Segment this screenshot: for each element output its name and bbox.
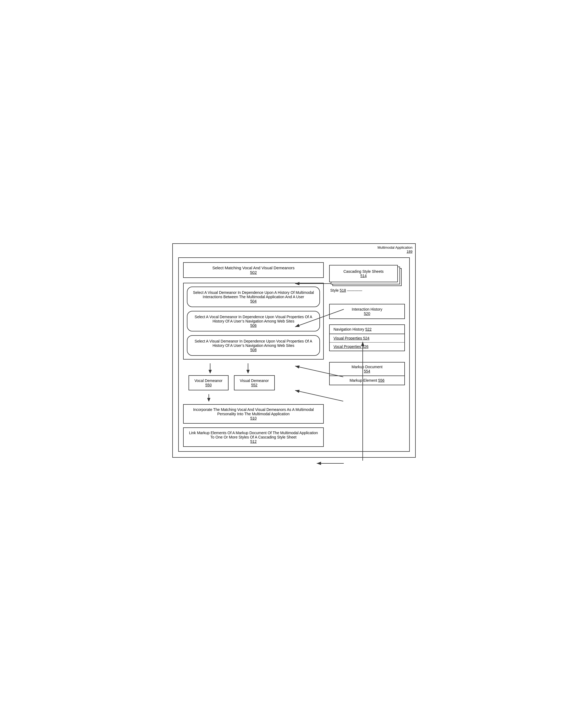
markup-element-row: Markup Element 556	[330, 376, 404, 385]
style-label-text: Style	[330, 288, 339, 292]
app-label: Multimodal Application 189	[378, 245, 412, 254]
markup-document-label: Markup Document	[352, 365, 382, 369]
css-stack: Cascading Style Sheets 514 Style 518 ———…	[329, 265, 405, 296]
nav-history-header: Navigation History 522	[330, 325, 404, 334]
box-508-ref: 508	[250, 347, 256, 352]
outer-box: Select Matching Vocal And Visual Demeano…	[178, 257, 410, 452]
markup-element-ref: 556	[378, 378, 384, 383]
svg-marker-5	[207, 398, 210, 402]
cols-wrapper: Select Matching Vocal And Visual Demeano…	[183, 262, 405, 447]
left-column: Select Matching Vocal And Visual Demeano…	[183, 262, 324, 447]
box-502-label: Select Matching Vocal And Visual Demeano…	[212, 265, 295, 270]
box-506-ref: 506	[250, 323, 256, 328]
box-502-ref: 502	[250, 270, 257, 275]
box-504-ref: 504	[250, 299, 256, 303]
css-ref: 514	[360, 274, 367, 278]
arrow-down-510-svg	[205, 394, 213, 402]
markup-element-label: Markup Element	[350, 378, 377, 383]
style-label-row: Style 518 ————	[330, 288, 402, 292]
css-layer-front: Cascading Style Sheets 514	[329, 265, 398, 282]
css-layers-container: Cascading Style Sheets 514	[329, 265, 402, 286]
box-508-label: Select A Visual Demeanor In Dependence U…	[195, 339, 313, 347]
box-508: Select A Visual Demeanor In Dependence U…	[187, 335, 320, 356]
vocal-properties-label: Vocal Properties	[334, 344, 361, 349]
markup-document-box: Markup Document 554 Markup Element 556	[329, 362, 405, 385]
markup-document-header: Markup Document 554	[330, 363, 404, 376]
visual-properties-item: Visual Properties 524	[330, 334, 404, 342]
demeanor-row: Vocal Demeanor 550 Visual Demeanor 552	[189, 375, 324, 390]
box-502: Select Matching Vocal And Visual Demeano…	[183, 262, 324, 278]
vocal-properties-ref: 526	[362, 344, 368, 349]
vocal-demeanor-ref: 550	[205, 383, 211, 387]
arrows-down-svg	[189, 363, 275, 374]
box-504: Select A Visual Demeanor In Dependence U…	[187, 286, 320, 307]
ih-label: Interaction History	[352, 307, 382, 311]
interaction-history-box: Interaction History 520	[329, 304, 405, 319]
style-dash: ————	[347, 288, 362, 292]
box-510-ref: 510	[250, 416, 256, 420]
visual-demeanor-box: Visual Demeanor 552	[234, 375, 275, 390]
right-column: Cascading Style Sheets 514 Style 518 ———…	[329, 262, 405, 385]
visual-properties-label: Visual Properties	[334, 336, 362, 340]
visual-demeanor-ref: 552	[251, 383, 257, 387]
box-506: Select A Vocal Demeanor In Dependence Up…	[187, 311, 320, 331]
box-510-label: Incorporate The Matching Vocal And Visua…	[193, 407, 314, 416]
app-ref: 189	[378, 250, 412, 254]
app-title: Multimodal Application	[378, 245, 412, 250]
page-wrapper: Multimodal Application 189 Select Matchi…	[172, 243, 416, 458]
box-512: Link Markup Elements Of A Markup Documen…	[183, 427, 324, 447]
vocal-demeanor-box: Vocal Demeanor 550	[189, 375, 228, 390]
nav-history-label: Navigation History	[334, 327, 364, 331]
box-512-ref: 512	[250, 439, 256, 444]
style-ref: 518	[340, 288, 346, 292]
nav-history-ref: 522	[365, 327, 372, 331]
markup-document-ref: 554	[364, 369, 370, 373]
visual-properties-ref: 524	[363, 336, 369, 340]
vocal-properties-item: Vocal Properties 526	[330, 342, 404, 350]
svg-marker-3	[246, 370, 250, 374]
vocal-demeanor-label: Vocal Demeanor	[194, 379, 223, 383]
box-512-label: Link Markup Elements Of A Markup Documen…	[189, 431, 318, 439]
ih-ref: 520	[364, 311, 370, 316]
visual-demeanor-label: Visual Demeanor	[240, 379, 269, 383]
box-510: Incorporate The Matching Vocal And Visua…	[183, 404, 324, 424]
inner-border-box: Select A Visual Demeanor In Dependence U…	[183, 283, 324, 360]
box-506-label: Select A Vocal Demeanor In Dependence Up…	[195, 315, 313, 323]
box-504-label: Select A Visual Demeanor In Dependence U…	[193, 290, 314, 299]
arrow-510-wrapper	[205, 394, 324, 403]
svg-marker-1	[209, 370, 212, 374]
css-label: Cascading Style Sheets	[344, 269, 384, 274]
nav-history-box: Navigation History 522 Visual Properties…	[329, 324, 405, 351]
arrow-row	[189, 363, 324, 374]
